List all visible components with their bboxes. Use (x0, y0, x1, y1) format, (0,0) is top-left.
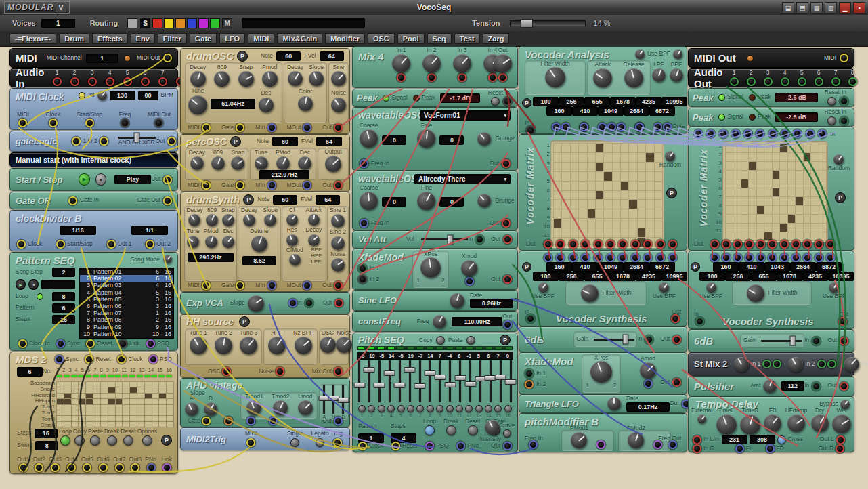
grid-cell-r7-c5[interactable] (86, 416, 93, 421)
band-port[interactable] (581, 253, 590, 262)
grid-cell-r2-c13[interactable] (145, 387, 152, 392)
grid-cell-r5-c13[interactable] (145, 405, 152, 410)
gate-logic-out-port[interactable] (167, 137, 176, 146)
grid-cell-r1-c8[interactable] (780, 144, 787, 152)
grid-cell-r7-c6[interactable] (764, 197, 771, 205)
grid-cell-r6-c8[interactable] (108, 410, 115, 415)
grid-cell-r3-c5[interactable] (757, 162, 764, 170)
band-out-port[interactable] (668, 240, 677, 249)
copy-button[interactable] (436, 336, 445, 345)
grid-cell-r6-c4[interactable] (79, 410, 85, 415)
grid-cell-r7-c3[interactable] (741, 197, 748, 205)
step-value[interactable]: 6 (483, 353, 493, 359)
fb-knob[interactable] (764, 414, 781, 432)
band-port[interactable] (635, 123, 644, 131)
freq-display[interactable]: 655 (584, 97, 610, 106)
routing-color-swatch[interactable] (198, 18, 209, 28)
grid-cell-r6-c13[interactable] (145, 410, 152, 415)
filter-width-knob[interactable] (581, 284, 599, 302)
step-led[interactable] (137, 375, 143, 377)
grid-cell-r1-c15[interactable] (159, 382, 166, 387)
tune-1-knob[interactable] (190, 337, 207, 354)
peak-in-port[interactable] (840, 97, 848, 106)
pitch-seq-values[interactable]: -519-514-519-7147-46-35670 (357, 352, 513, 360)
gate-port[interactable] (236, 181, 244, 190)
grid-cell-r1-c9[interactable] (788, 144, 795, 152)
synthesis-left-out-port[interactable] (671, 314, 680, 323)
freq-display[interactable]: 410 (572, 106, 598, 116)
decay-knob[interactable] (243, 214, 255, 226)
grid-cell-r6-c13[interactable] (819, 188, 826, 196)
perc-osc-freq-display[interactable]: 212.97Hz (259, 170, 309, 179)
band-port[interactable] (719, 129, 728, 138)
band-out-port[interactable] (826, 240, 835, 249)
step-led[interactable] (456, 347, 462, 349)
grid-cell-r2-c10[interactable] (123, 387, 129, 392)
nz-bpf-knob[interactable] (295, 337, 312, 354)
pitch-slider[interactable] (378, 360, 381, 402)
loop-button[interactable] (60, 435, 70, 446)
tune-knob[interactable] (187, 236, 199, 248)
grid-cell-r2-c8[interactable] (780, 153, 787, 161)
sync-port[interactable] (56, 339, 65, 348)
single-button[interactable] (290, 438, 299, 447)
pattern-list-row[interactable]: 5Pattern 05316 (80, 296, 173, 303)
band-port[interactable] (594, 253, 603, 262)
grid-cell-r9-c8[interactable] (780, 215, 787, 223)
step-value[interactable]: -4 (445, 353, 454, 359)
slope-knob[interactable] (248, 295, 264, 312)
grid-cell-r1-c6[interactable] (93, 382, 100, 387)
pmod-knob[interactable] (276, 156, 290, 170)
grid-cell-r7-c11[interactable] (804, 197, 810, 205)
grid-cell-r6-c7[interactable] (604, 191, 611, 200)
peak-reset-button[interactable] (491, 97, 500, 106)
grid-cell-r4-c13[interactable] (819, 171, 826, 179)
grid-cell-r1-c11[interactable] (638, 144, 645, 152)
grid-cell-r5-c14[interactable] (152, 405, 159, 410)
matrix-right-grid[interactable] (725, 144, 827, 241)
lpf-knob[interactable] (652, 68, 666, 82)
grid-cell-r9-c11[interactable] (804, 215, 810, 223)
use-bpf-knob-left[interactable] (706, 282, 716, 293)
grid-cell-r7-c12[interactable] (137, 416, 144, 421)
grid-cell-r8-c2[interactable] (562, 209, 569, 218)
osc-port[interactable] (222, 367, 231, 376)
grid-cell-r1-c16[interactable] (167, 382, 173, 387)
grid-cell-r5-c6[interactable] (596, 182, 603, 190)
sync-port[interactable] (55, 355, 64, 364)
grunge-knob[interactable] (477, 132, 491, 146)
grid-cell-r4-c8[interactable] (108, 399, 115, 404)
step-led[interactable] (78, 375, 84, 377)
step-led[interactable] (496, 347, 502, 349)
fvel-value[interactable]: 64 (316, 137, 342, 146)
out-r-port[interactable] (836, 444, 844, 453)
freq-display[interactable]: 4235 (802, 272, 828, 281)
grid-cell-r6-c2[interactable] (64, 410, 71, 415)
grid-cell-r2-c3[interactable] (571, 153, 578, 162)
grid-cell-r3-c16[interactable] (167, 394, 173, 398)
grid-cell-r5-c1[interactable] (554, 182, 561, 190)
snap-knob[interactable] (231, 156, 244, 170)
grid-cell-r10-c2[interactable] (733, 224, 740, 232)
freq-display[interactable]: 10995 (661, 272, 687, 281)
freq-display[interactable]: 655 (751, 272, 777, 281)
band-port[interactable] (643, 253, 652, 262)
grid-cell-r8-c3[interactable] (741, 206, 748, 214)
grid-cell-r4-c4[interactable] (79, 399, 85, 404)
3-port[interactable] (764, 77, 773, 86)
grid-cell-r6-c3[interactable] (571, 191, 578, 200)
step-14-button[interactable] (485, 405, 492, 412)
grid-cell-r1-c3[interactable] (72, 382, 79, 387)
grid-cell-r9-c12[interactable] (811, 215, 818, 223)
mds2-steps-value[interactable]: 16 (35, 429, 58, 438)
step-value[interactable]: 6 (454, 353, 464, 359)
grid-cell-r6-c12[interactable] (646, 191, 653, 200)
link-port[interactable] (162, 463, 171, 472)
grid-cell-r5-c10[interactable] (123, 405, 129, 410)
grid-cell-r5-c7[interactable] (773, 179, 779, 188)
step-led[interactable] (427, 347, 433, 349)
use-bpf-knob-right[interactable] (673, 49, 682, 59)
band-port[interactable] (731, 129, 740, 138)
detune-display[interactable]: 8.62 (242, 256, 276, 265)
reset-button[interactable] (468, 425, 478, 435)
